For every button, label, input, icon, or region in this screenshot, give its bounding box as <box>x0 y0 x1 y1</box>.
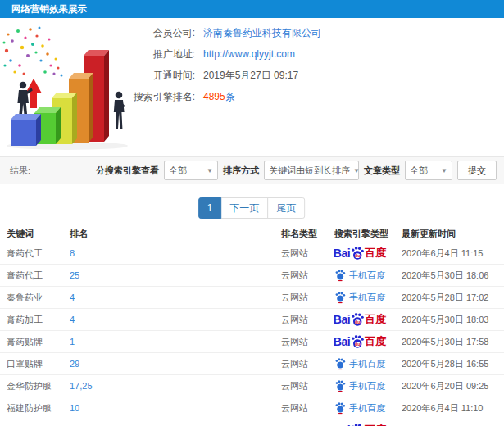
rank-type-cell: 云网站 <box>281 292 308 304</box>
engine-cell: Bai du 百度 <box>321 358 398 370</box>
update-time-cell: 2020年5月28日 16:55 <box>402 358 488 370</box>
article-type-select[interactable]: 全部 ▼ <box>405 161 452 180</box>
marketing-effect-page: 网络营销效果展示 <box>0 0 504 426</box>
rank-type-cell: 云网站 <box>281 336 308 348</box>
update-time-cell: 2020年6月4日 11:15 <box>402 247 483 260</box>
chevron-down-icon: ▼ <box>441 167 447 174</box>
mobile-baidu-paw-icon <box>334 292 346 304</box>
engine-filter-value: 全部 <box>169 165 187 177</box>
promo-url-row: 推广地址: http://www.qlyyjt.com <box>0 48 393 59</box>
sort-filter-select[interactable]: 关键词由短到长排序 ▼ <box>264 161 359 180</box>
update-time-cell: 2020年5月30日 18:06 <box>402 270 488 282</box>
keyword-cell: 秦鲁药业 <box>7 292 43 304</box>
keyword-cell: 膏药加工 <box>7 314 43 326</box>
rank-type-cell: 云网站 <box>281 402 308 415</box>
results-label: 结果: <box>10 165 30 177</box>
engine-filter-label: 分搜索引擎查看 <box>96 165 159 177</box>
table-row: 口罩贴牌 29 云网站 Bai du 百度 <box>0 353 504 375</box>
engine-cell: Bai du 百度 <box>321 380 398 392</box>
results-table: 关键词 排名 排名类型 搜索引擎类型 最新更新时间 膏药代工 8 云网站 Bai… <box>0 224 504 426</box>
chevron-down-icon: ▼ <box>353 167 360 174</box>
rank-unit: 条 <box>225 91 235 102</box>
open-time-label: 开通时间: <box>0 69 195 83</box>
rank-link[interactable]: 8 <box>70 248 75 258</box>
page-button-last[interactable]: 尾页 <box>267 197 305 219</box>
table-row: Bai du 百度 <box>0 419 504 426</box>
rank-link[interactable]: 4 <box>70 292 75 302</box>
rank-type-cell: 云网站 <box>281 380 308 392</box>
column-keyword: 关键词 <box>7 227 34 239</box>
rank-link[interactable]: 4 <box>70 315 75 324</box>
update-time-cell: 2020年6月20日 09:25 <box>402 380 488 392</box>
promo-url-label: 推广地址: <box>0 48 195 61</box>
rank-type-cell: 云网站 <box>281 314 308 326</box>
baidu-logo: Bai du 百度 <box>334 246 386 261</box>
table-rows: 膏药代工 8 云网站 Bai du 百度 <box>0 242 504 426</box>
table-row: 膏药加工 4 云网站 Bai du 百度 <box>0 309 504 331</box>
page-button-current[interactable]: 1 <box>198 197 222 219</box>
engine-cell: Bai du 百度 <box>321 334 398 349</box>
keyword-cell: 膏药代工 <box>7 270 43 282</box>
engine-cell: Bai du 百度 <box>321 312 398 327</box>
column-update-time: 最新更新时间 <box>402 227 456 239</box>
column-rank-type: 排名类型 <box>281 227 317 239</box>
page-title: 网络营销效果展示 <box>11 0 87 18</box>
keyword-cell: 金华防护服 <box>7 380 52 392</box>
column-engine-type: 搜索引擎类型 <box>334 227 388 239</box>
engine-cell: Bai du 百度 <box>321 292 398 304</box>
keyword-cell: 福建防护服 <box>7 402 52 415</box>
svg-text:du: du <box>355 342 360 347</box>
article-type-value: 全部 <box>410 165 428 177</box>
rank-type-cell: 云网站 <box>281 358 308 370</box>
engine-rank-row: 搜索引擎排名: 4895条 <box>0 90 393 102</box>
engine-filter-select[interactable]: 全部 ▼ <box>164 161 218 180</box>
rank-link[interactable]: 10 <box>70 403 79 413</box>
table-row: 金华防护服 17,25 云网站 Bai du 百度 <box>0 375 504 397</box>
submit-button[interactable]: 提交 <box>457 161 497 180</box>
baidu-logo: Bai du 百度 <box>334 312 386 327</box>
rank-link[interactable]: 29 <box>70 359 79 369</box>
rank-link[interactable]: 17,25 <box>70 381 93 391</box>
mobile-baidu-logo: 手机百度 <box>334 402 385 415</box>
engine-cell: Bai du 百度 <box>321 270 398 282</box>
baidu-paw-icon: du <box>350 334 365 349</box>
table-row: 膏药贴牌 1 云网站 Bai du 百度 <box>0 331 504 353</box>
promo-url-link[interactable]: http://www.qlyyjt.com <box>203 48 295 60</box>
engine-cell: Bai du 百度 <box>321 402 398 415</box>
page-button-next[interactable]: 下一页 <box>220 197 268 219</box>
member-company-label: 会员公司: <box>0 26 195 40</box>
mobile-baidu-logo: 手机百度 <box>334 270 385 282</box>
engine-cell: Bai du 百度 <box>321 246 398 261</box>
rank-type-cell: 云网站 <box>281 247 308 260</box>
update-time-cell: 2020年6月4日 11:10 <box>402 402 483 415</box>
baidu-logo: Bai du 百度 <box>334 334 386 349</box>
svg-text:du: du <box>355 253 360 258</box>
article-type-label: 文章类型 <box>364 165 400 177</box>
open-time-row: 开通时间: 2019年5月27日 09:17 <box>0 69 393 80</box>
table-row: 膏药代工 8 云网站 Bai du 百度 <box>0 242 504 265</box>
keyword-cell: 膏药贴牌 <box>7 336 43 348</box>
engine-cell: Bai du 百度 <box>321 423 398 426</box>
baidu-paw-icon: du <box>350 423 365 426</box>
table-header: 关键词 排名 排名类型 搜索引擎类型 最新更新时间 <box>0 224 504 242</box>
svg-text:du: du <box>355 320 360 324</box>
rank-link[interactable]: 1 <box>70 337 75 347</box>
mobile-baidu-paw-icon <box>334 358 346 370</box>
update-time-cell: 2020年5月28日 17:02 <box>402 292 488 304</box>
mobile-baidu-paw-icon <box>334 270 346 282</box>
filter-group: 分搜索引擎查看 全部 ▼ 排序方式 关键词由短到长排序 ▼ 文章类型 全部 ▼ … <box>96 161 497 180</box>
baidu-logo: Bai du 百度 <box>334 423 386 426</box>
rank-count: 4895 <box>203 91 225 102</box>
member-company-link[interactable]: 济南秦鲁药业科技有限公司 <box>203 26 321 40</box>
baidu-paw-icon: du <box>350 246 365 261</box>
chevron-down-icon: ▼ <box>207 167 213 174</box>
column-rank: 排名 <box>70 227 88 239</box>
sort-filter-label: 排序方式 <box>223 165 259 177</box>
update-time-cell: 2020年5月30日 18:03 <box>402 314 488 326</box>
engine-rank-label: 搜索引擎排名: <box>0 90 195 104</box>
update-time-cell: 2020年5月30日 17:58 <box>402 336 488 348</box>
rank-link[interactable]: 25 <box>70 270 79 280</box>
mobile-baidu-logo: 手机百度 <box>334 380 385 392</box>
table-row: 膏药代工 25 云网站 Bai du 百度 <box>0 265 504 287</box>
keyword-cell: 口罩贴牌 <box>7 358 43 370</box>
